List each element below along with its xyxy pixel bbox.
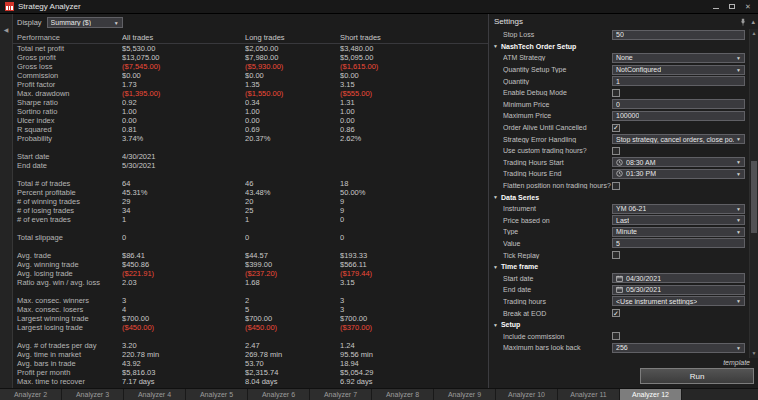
- checkbox[interactable]: [612, 89, 620, 97]
- field-value: 08:30 AM: [626, 159, 656, 166]
- text-field[interactable]: 5: [612, 238, 745, 248]
- dropdown[interactable]: Stop strategy, cancel orders, close po..…: [612, 134, 745, 144]
- settings-row: Trading hours<Use instrument settings>▼: [489, 296, 749, 308]
- cell-all-trades: 34: [122, 206, 245, 215]
- cell-all-trades: $5,530.00: [122, 44, 245, 53]
- date-field[interactable]: 04/30/2021: [612, 273, 745, 283]
- tab-analyzer-9[interactable]: Analyzer 9: [434, 389, 496, 400]
- dropdown[interactable]: <Use instrument settings>▼: [612, 296, 745, 306]
- text-field[interactable]: 1: [612, 76, 745, 86]
- setting-label: Trading Hours Start: [503, 159, 612, 166]
- checkbox[interactable]: ✓: [612, 309, 620, 317]
- chevron-up-icon[interactable]: ▴: [751, 18, 755, 26]
- checkbox[interactable]: ✓: [612, 124, 620, 132]
- display-label: Display: [17, 18, 42, 27]
- tab-analyzer-11[interactable]: Analyzer 11: [558, 389, 620, 400]
- settings-panel: Settings ▴ Stop Loss50▼NashTech Order Se…: [489, 14, 758, 388]
- dropdown[interactable]: Last▼: [612, 215, 745, 225]
- left-collapse-strip[interactable]: ◀: [0, 14, 13, 388]
- cell-long-trades: 269.78 min: [245, 350, 340, 359]
- cell-long-trades: $0.00: [245, 71, 340, 80]
- dropdown[interactable]: 256▼: [612, 343, 745, 353]
- tab-analyzer-8[interactable]: Analyzer 8: [372, 389, 434, 400]
- field-value: 01:30 PM: [626, 170, 656, 177]
- time-field[interactable]: 01:30 PM▼: [612, 169, 745, 179]
- field-value: 0: [616, 101, 620, 108]
- tab-analyzer-5[interactable]: Analyzer 5: [186, 389, 248, 400]
- checkbox-control: [612, 182, 745, 190]
- setting-label: Enable Debug Mode: [503, 89, 612, 96]
- dropdown[interactable]: Minute▼: [612, 227, 745, 237]
- text-field[interactable]: 0: [612, 99, 745, 109]
- settings-section-header[interactable]: ▼NashTech Order Setup: [489, 41, 749, 53]
- tab-analyzer-6[interactable]: Analyzer 6: [248, 389, 310, 400]
- settings-row: Trading Hours End01:30 PM▼: [489, 168, 749, 180]
- field-value: <Use instrument settings>: [616, 298, 697, 305]
- performance-table-header: Performance All trades Long trades Short…: [13, 31, 488, 44]
- checkbox[interactable]: [612, 332, 620, 340]
- dropdown[interactable]: None▼: [612, 53, 745, 63]
- run-button[interactable]: Run: [640, 368, 754, 384]
- tab-analyzer-7[interactable]: Analyzer 7: [310, 389, 372, 400]
- minimize-icon: [713, 8, 719, 9]
- tab-analyzer-2[interactable]: Analyzer 2: [0, 389, 62, 400]
- close-button[interactable]: ✕: [740, 1, 756, 13]
- settings-section-header[interactable]: ▼Data Series: [489, 191, 749, 203]
- chevron-down-icon: ▼: [493, 43, 498, 49]
- cell-long-trades: 0.34: [245, 98, 340, 107]
- checkbox-control: [612, 251, 745, 259]
- chevron-down-icon: ▼: [734, 136, 741, 142]
- cell-short-trades: $3,480.00: [340, 44, 488, 53]
- scroll-up-icon[interactable]: ▲: [752, 31, 757, 36]
- field-value: NotConfigured: [616, 66, 661, 73]
- cell-long-trades: ($450.00): [245, 323, 340, 332]
- tab-analyzer-3[interactable]: Analyzer 3: [62, 389, 124, 400]
- date-field[interactable]: 05/30/2021: [612, 285, 745, 295]
- section-label: Time frame: [501, 263, 538, 270]
- cell-long-trades: $700.00: [245, 314, 340, 323]
- cell-long-trades: $2,050.00: [245, 44, 340, 53]
- window-title: Strategy Analyzer: [18, 2, 81, 11]
- settings-section-header[interactable]: ▼Time frame: [489, 261, 749, 273]
- text-field[interactable]: 100000: [612, 111, 745, 121]
- scrollbar-thumb[interactable]: [751, 161, 757, 233]
- setting-label: Instrument: [503, 205, 612, 212]
- tab-analyzer-12[interactable]: Analyzer 12: [620, 389, 682, 400]
- minimize-button[interactable]: [708, 1, 724, 13]
- cell-all-trades: 4/30/2021: [122, 152, 245, 161]
- cell-all-trades: ($221.91): [122, 269, 245, 278]
- cell-all-trades: 3.74%: [122, 134, 245, 143]
- dropdown[interactable]: YM 06-21▼: [612, 204, 745, 214]
- table-row: Total # of trades644618: [13, 179, 488, 188]
- settings-row: Quantity Setup TypeNotConfigured▼: [489, 64, 749, 76]
- cell-short-trades: 9: [340, 206, 488, 215]
- clock-icon: [616, 170, 623, 177]
- template-link[interactable]: template: [723, 359, 750, 366]
- time-field[interactable]: 08:30 AM▼: [612, 157, 745, 167]
- settings-scrollbar[interactable]: ▲ ▼: [749, 29, 758, 358]
- pin-icon[interactable]: [739, 18, 747, 26]
- settings-section-header[interactable]: ▼Setup: [489, 319, 749, 331]
- row-label: R squared: [13, 125, 122, 134]
- checkbox[interactable]: [612, 251, 620, 259]
- cell-long-trades: 2: [245, 296, 340, 305]
- row-label: Largest losing trade: [13, 323, 122, 332]
- checkbox[interactable]: [612, 147, 620, 155]
- tab-analyzer-4[interactable]: Analyzer 4: [124, 389, 186, 400]
- scroll-down-icon[interactable]: ▼: [752, 351, 757, 356]
- cell-short-trades: $700.00: [340, 314, 488, 323]
- cell-short-trades: $566.11: [340, 260, 488, 269]
- display-dropdown[interactable]: Summary ($) ▼: [47, 17, 123, 28]
- field-value: Minute: [616, 228, 637, 235]
- checkbox[interactable]: [612, 182, 620, 190]
- row-label: Total slippage: [13, 233, 122, 242]
- maximize-button[interactable]: [724, 1, 740, 13]
- dropdown[interactable]: NotConfigured▼: [612, 65, 745, 75]
- cell-long-trades: 25: [245, 206, 340, 215]
- results-content: Display Summary ($) ▼ Performance All tr…: [13, 14, 488, 388]
- text-field[interactable]: 50: [612, 30, 745, 40]
- setting-label: Maximum bars look back: [503, 344, 612, 351]
- settings-row: Maximum bars look back256▼: [489, 342, 749, 354]
- tab-analyzer-10[interactable]: Analyzer 10: [496, 389, 558, 400]
- row-label: Avg. bars in trade: [13, 359, 122, 368]
